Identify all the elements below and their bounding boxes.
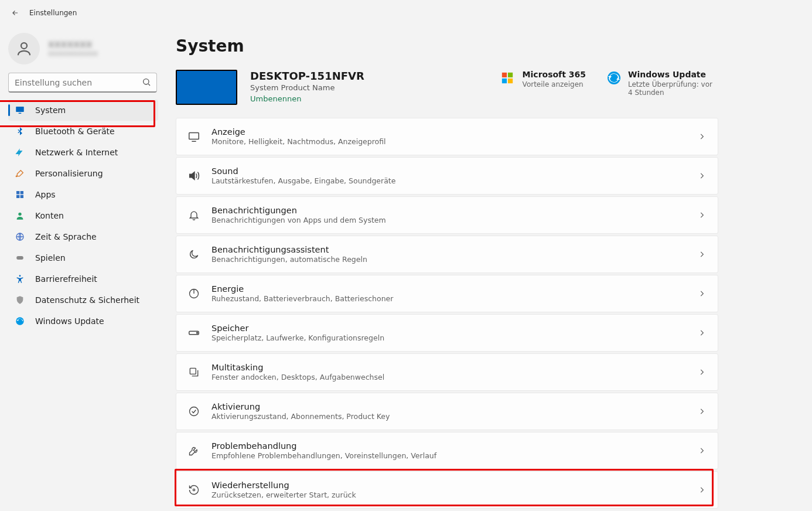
svg-point-21 — [197, 332, 198, 333]
nav-item-spielen[interactable]: Spielen — [8, 247, 158, 268]
svg-point-11 — [19, 275, 21, 277]
device-name: DESKTOP-151NFVR — [250, 70, 364, 82]
avatar-icon — [8, 33, 40, 64]
multitask-icon — [187, 365, 201, 379]
row-title: Wiederherstellung — [211, 481, 698, 490]
row-subtitle: Ruhezustand, Batterieverbrauch, Batterie… — [211, 294, 698, 303]
row-subtitle: Empfohlene Problembehandlungen, Voreinst… — [211, 451, 698, 460]
nav-item-barrierefreiheit[interactable]: Barrierefreiheit — [8, 268, 158, 289]
gamepad-icon — [14, 252, 26, 264]
microsoft-logo-icon — [499, 70, 516, 86]
settings-row-benachrichtigungsassistent[interactable]: BenachrichtigungsassistentBenachrichtigu… — [176, 236, 718, 273]
svg-rect-13 — [501, 73, 506, 77]
wrench-icon — [187, 444, 201, 458]
chevron-right-icon — [698, 250, 706, 258]
nav-label: Barrierefreiheit — [35, 274, 97, 284]
row-subtitle: Fenster andocken, Desktops, Aufgabenwech… — [211, 373, 698, 381]
nav-item-konten[interactable]: Konten — [8, 205, 158, 226]
row-subtitle: Benachrichtigungen von Apps und dem Syst… — [211, 216, 698, 224]
back-button[interactable] — [5, 2, 26, 23]
svg-rect-22 — [190, 368, 196, 374]
nav-list: SystemBluetooth & GeräteNetzwerk & Inter… — [8, 100, 158, 332]
svg-rect-5 — [21, 191, 23, 194]
account-block[interactable]: XXXXXXX xxxxxxxxxxxx — [8, 33, 158, 64]
svg-point-24 — [193, 489, 195, 490]
chevron-right-icon — [698, 407, 706, 415]
promo-sub: Letzte Überprüfung: vor 4 Stunden — [628, 80, 718, 97]
svg-rect-16 — [508, 79, 513, 83]
row-title: Speicher — [211, 323, 698, 333]
chevron-right-icon — [698, 486, 706, 494]
wifi-icon — [14, 147, 26, 158]
row-title: Multitasking — [211, 363, 698, 372]
titlebar: Einstellungen — [0, 0, 812, 26]
nav-item-personalisierung[interactable]: Personalisierung — [8, 163, 158, 184]
row-title: Energie — [211, 284, 698, 294]
shield-icon — [14, 294, 26, 306]
row-subtitle: Monitore, Helligkeit, Nachtmodus, Anzeig… — [211, 137, 698, 146]
nav-item-system[interactable]: System — [8, 100, 158, 121]
promo-microsoft365[interactable]: Microsoft 365 Vorteile anzeigen — [499, 70, 586, 97]
chevron-right-icon — [698, 132, 706, 141]
device-thumbnail — [176, 70, 237, 105]
settings-row-aktivierung[interactable]: AktivierungAktivierungszustand, Abonneme… — [176, 393, 718, 430]
nav-label: Bluetooth & Geräte — [35, 127, 115, 136]
chevron-right-icon — [698, 329, 706, 337]
bell-icon — [187, 208, 201, 222]
search-box[interactable] — [8, 73, 157, 93]
promo-title: Microsoft 365 — [523, 70, 586, 79]
settings-row-speicher[interactable]: SpeicherSpeicherplatz, Laufwerke, Konfig… — [176, 314, 718, 352]
sidebar: XXXXXXX xxxxxxxxxxxx SystemBluetooth & G… — [0, 26, 164, 511]
settings-row-sound[interactable]: SoundLautstärkestufen, Ausgabe, Eingabe,… — [176, 157, 718, 195]
settings-row-problembehandlung[interactable]: ProblembehandlungEmpfohlene Problembehan… — [176, 432, 718, 469]
svg-rect-4 — [16, 191, 19, 194]
row-title: Benachrichtigungen — [211, 206, 698, 215]
apps-icon — [14, 189, 26, 200]
svg-rect-6 — [16, 195, 19, 198]
device-product: System Product Name — [250, 83, 364, 92]
settings-row-multitasking[interactable]: MultitaskingFenster andocken, Desktops, … — [176, 353, 718, 391]
settings-row-anzeige[interactable]: AnzeigeMonitore, Helligkeit, Nachtmodus,… — [176, 118, 718, 155]
nav-item-datenschutz-sicherheit[interactable]: Datenschutz & Sicherheit — [8, 289, 158, 311]
svg-rect-2 — [16, 107, 24, 112]
nav-item-bluetooth-ger-te[interactable]: Bluetooth & Geräte — [8, 121, 158, 142]
search-input[interactable] — [8, 73, 157, 93]
moon-icon — [187, 247, 201, 261]
svg-rect-15 — [501, 79, 506, 83]
nav-item-zeit-sprache[interactable]: Zeit & Sprache — [8, 226, 158, 247]
settings-row-wiederherstellung[interactable]: WiederherstellungZurücksetzen, erweitert… — [176, 471, 718, 509]
search-icon — [142, 77, 151, 87]
nav-label: Zeit & Sprache — [35, 232, 97, 241]
svg-rect-10 — [16, 256, 23, 260]
nav-item-windows-update[interactable]: Windows Update — [8, 311, 158, 332]
svg-point-23 — [190, 407, 199, 416]
main-content: System DESKTOP-151NFVR System Product Na… — [164, 26, 812, 511]
power-icon — [187, 287, 201, 301]
device-info: DESKTOP-151NFVR System Product Name Umbe… — [250, 70, 364, 103]
row-subtitle: Lautstärkestufen, Ausgabe, Eingabe, Soun… — [211, 176, 698, 185]
svg-rect-3 — [19, 113, 22, 114]
display-icon — [187, 130, 201, 144]
promo-windows-update[interactable]: Windows Update Letzte Überprüfung: vor 4… — [607, 70, 718, 97]
promo-title: Windows Update — [628, 70, 718, 79]
person-icon — [14, 210, 26, 222]
nav-item-netzwerk-internet[interactable]: Netzwerk & Internet — [8, 142, 158, 163]
chevron-right-icon — [698, 447, 706, 455]
nav-label: Windows Update — [35, 316, 104, 326]
row-title: Problembehandlung — [211, 441, 698, 451]
brush-icon — [14, 168, 26, 179]
device-rename-link[interactable]: Umbenennen — [250, 94, 364, 103]
nav-label: Konten — [35, 211, 64, 220]
update-icon — [14, 315, 26, 327]
row-subtitle: Aktivierungszustand, Abonnements, Produc… — [211, 412, 698, 421]
settings-row-energie[interactable]: EnergieRuhezustand, Batterieverbrauch, B… — [176, 275, 718, 312]
monitor-icon — [14, 104, 26, 116]
sound-icon — [187, 169, 201, 183]
row-subtitle: Benachrichtigungen, automatische Regeln — [211, 255, 698, 264]
chevron-right-icon — [698, 368, 706, 376]
settings-row-benachrichtigungen[interactable]: BenachrichtigungenBenachrichtigungen von… — [176, 196, 718, 234]
svg-rect-14 — [508, 73, 513, 77]
nav-label: Netzwerk & Internet — [35, 148, 118, 157]
nav-label: Datenschutz & Sicherheit — [35, 295, 139, 305]
nav-item-apps[interactable]: Apps — [8, 184, 158, 205]
